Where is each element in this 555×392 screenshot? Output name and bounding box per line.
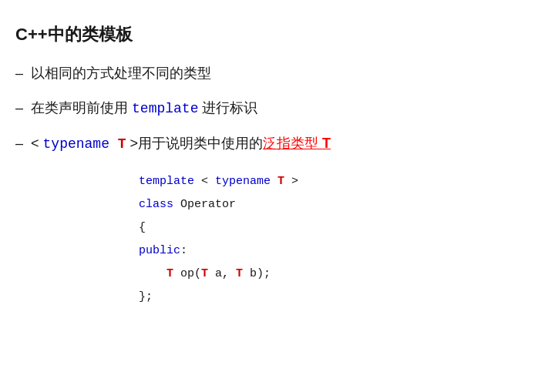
bullet-item-1: – 以相同的方式处理不同的类型 [15, 63, 540, 84]
code-line-3: { [139, 216, 540, 240]
keyword-class-code: class [139, 198, 173, 211]
bullet-dash-2: – [15, 98, 23, 119]
code-block: template < typename T > class Operator {… [139, 170, 540, 309]
slide-title: C++中的类模板 [15, 23, 540, 46]
code-line-5: T op(T a, T b); [139, 263, 540, 286]
code-line-6: }; [139, 286, 540, 309]
code-line-4: public: [139, 240, 540, 263]
bullet-text-2: 在类声明前使用 template 进行标识 [31, 98, 257, 119]
keyword-template-code: template [139, 175, 194, 188]
bullet-item-2: – 在类声明前使用 template 进行标识 [15, 98, 540, 119]
code-line-2: class Operator [139, 193, 540, 216]
slide-container: C++中的类模板 – 以相同的方式处理不同的类型 – 在类声明前使用 templ… [15, 23, 540, 309]
type-T-code-2: T [166, 267, 173, 280]
bullet-list: – 以相同的方式处理不同的类型 – 在类声明前使用 template 进行标识 … [15, 63, 540, 155]
bullet-dash-1: – [15, 63, 23, 84]
code-line-1: template < typename T > [139, 170, 540, 193]
type-T-1: T [118, 136, 126, 152]
keyword-template: template [132, 101, 198, 116]
bullet-dash-3: – [15, 133, 23, 154]
bullet-text-1: 以相同的方式处理不同的类型 [31, 63, 211, 84]
keyword-typename-code: typename [215, 175, 271, 188]
generic-type-label: 泛指类型 T [263, 136, 331, 151]
keyword-public-code: public [139, 244, 180, 257]
type-T-code-4: T [236, 267, 243, 280]
keyword-typename-t: typename T [43, 136, 126, 152]
bullet-text-3: < typename T >用于说明类中使用的泛指类型 T [31, 133, 331, 155]
type-T-code-1: T [278, 175, 284, 188]
bullet-item-3: – < typename T >用于说明类中使用的泛指类型 T [15, 133, 540, 155]
type-T-code-3: T [201, 267, 208, 280]
